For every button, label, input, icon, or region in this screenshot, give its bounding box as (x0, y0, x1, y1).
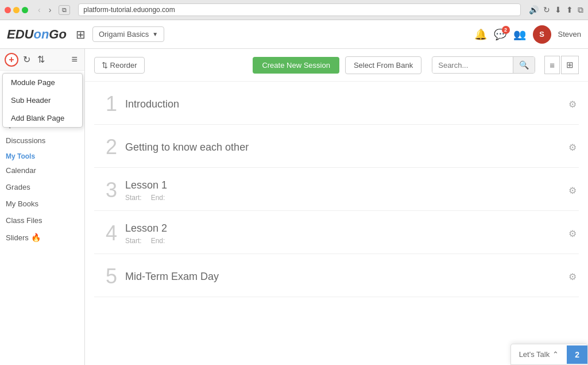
session-row-3: 3 Lesson 1 Start: End: ⚙ (94, 168, 579, 211)
maximize-window-btn[interactable] (22, 7, 28, 13)
dropdown-sub-header[interactable]: Sub Header (3, 91, 82, 109)
session-start-label-4: Start: (125, 237, 142, 245)
session-info-1: Introduction (125, 98, 566, 110)
top-navigation: EDUonGo ⊞ Origami Basics ▼ 🔔 💬 2 👥 S Ste… (0, 20, 588, 49)
session-row-5: 5 Mid-Term Exam Day ⚙ (94, 254, 579, 297)
course-name: Origami Basics (99, 30, 149, 39)
search-button[interactable]: 🔍 (513, 57, 535, 73)
main-content: ⇅ Reorder Create New Session Select From… (85, 49, 588, 365)
main-layout: + ↻ ⇅ ≡ Module Page Sub Header Add Blank… (0, 49, 588, 365)
session-gear-button-2[interactable]: ⚙ (566, 140, 579, 155)
logo-go: Go (49, 27, 67, 41)
session-gear-button-3[interactable]: ⚙ (566, 183, 579, 198)
chat-widget[interactable]: Let's Talk ⌃ 2 (510, 344, 588, 365)
browser-traffic (5, 7, 28, 13)
fire-icon: 🔥 (31, 233, 41, 242)
session-number-1: 1 (94, 92, 117, 116)
session-row-1: 1 Introduction ⚙ (94, 82, 579, 125)
session-meta-3: Start: End: (125, 194, 566, 202)
sidebar-menu-button[interactable]: ≡ (69, 52, 80, 67)
course-selector[interactable]: Origami Basics ▼ (92, 26, 164, 42)
session-number-5: 5 (94, 264, 117, 289)
sidebar-item-discussions[interactable]: Discussions (0, 132, 84, 149)
session-title-3: Lesson 1 (125, 179, 566, 191)
fullscreen-icon[interactable]: ⧉ (578, 5, 583, 15)
message-badge: 2 (502, 26, 510, 34)
session-info-2: Getting to know each other (125, 141, 566, 153)
chat-arrow-icon: ⌃ (552, 350, 559, 359)
session-number-2: 2 (94, 135, 117, 159)
session-end-label-4: End: (151, 237, 165, 245)
users-button[interactable]: 👥 (513, 28, 526, 41)
session-end-label-3: End: (151, 194, 165, 202)
sidebar-dropdown-menu: Module Page Sub Header Add Blank Page (2, 73, 83, 128)
grid-view-button[interactable]: ⊞ (561, 56, 579, 74)
add-item-button[interactable]: + (5, 53, 18, 67)
sort-sidebar-button[interactable]: ⇅ (35, 53, 47, 66)
session-title-1: Introduction (125, 98, 566, 110)
avatar[interactable]: S (533, 25, 551, 44)
content-toolbar: ⇅ Reorder Create New Session Select From… (85, 49, 588, 82)
select-from-bank-button[interactable]: Select From Bank (345, 56, 421, 74)
session-start-label-3: Start: (125, 194, 142, 202)
class-files-label: Class Files (6, 216, 42, 225)
browser-icons: 🔊 ↻ ⬇ ⬆ ⧉ (529, 5, 583, 15)
browser-chrome: ‹ › ⧉ platform-tutorial.eduongo.com 🔊 ↻ … (0, 0, 588, 20)
search-input[interactable] (432, 57, 513, 73)
sidebar-item-my-books[interactable]: My Books (0, 195, 84, 212)
topnav-right: 🔔 💬 2 👥 S Steven (474, 25, 581, 44)
notifications-bell-button[interactable]: 🔔 (474, 28, 487, 41)
view-toggle: ≡ ⊞ (544, 56, 579, 74)
chat-count: 2 (567, 345, 587, 364)
address-bar[interactable]: platform-tutorial.eduongo.com (78, 3, 521, 16)
url-text: platform-tutorial.eduongo.com (83, 6, 175, 14)
session-title-4: Lesson 2 (125, 222, 566, 235)
chat-label: Let's Talk ⌃ (511, 344, 567, 364)
sidebar-item-class-files[interactable]: Class Files (0, 212, 84, 229)
logo-edu: EDU (7, 27, 33, 41)
session-info-5: Mid-Term Exam Day (125, 271, 566, 283)
session-info-3: Lesson 1 Start: End: (125, 179, 566, 202)
logo-on: on (33, 27, 49, 41)
minimize-window-btn[interactable] (13, 7, 20, 13)
forward-button[interactable]: › (46, 4, 55, 16)
apps-grid-button[interactable]: ⊞ (76, 28, 86, 41)
download-icon[interactable]: ⬇ (555, 5, 562, 14)
window-toggle-button[interactable]: ⧉ (59, 5, 70, 15)
sidebar-item-grades[interactable]: Grades (0, 179, 84, 195)
logo: EDUonGo (7, 27, 67, 42)
grades-label: Grades (6, 183, 30, 191)
audio-icon[interactable]: 🔊 (529, 5, 539, 14)
messages-button[interactable]: 💬 2 (494, 28, 506, 41)
refresh-icon[interactable]: ↻ (543, 5, 550, 14)
my-tools-category: My Tools (0, 149, 84, 162)
session-title-5: Mid-Term Exam Day (125, 271, 566, 283)
sidebar-toolbar: + ↻ ⇅ ≡ (0, 49, 84, 71)
refresh-sidebar-button[interactable]: ↻ (21, 53, 33, 66)
chat-text: Let's Talk (519, 350, 550, 359)
close-window-btn[interactable] (5, 7, 11, 13)
sliders-label: Sliders (6, 233, 29, 242)
reorder-button[interactable]: ⇅ Reorder (94, 57, 145, 74)
sidebar-item-calendar[interactable]: Calendar (0, 162, 84, 179)
session-row-2: 2 Getting to know each other ⚙ (94, 125, 579, 168)
sidebar-item-sliders[interactable]: Sliders 🔥 (0, 229, 84, 246)
list-view-button[interactable]: ≡ (544, 56, 560, 74)
session-meta-4: Start: End: (125, 237, 566, 245)
session-number-3: 3 (94, 178, 117, 202)
dropdown-module-page[interactable]: Module Page (3, 74, 82, 91)
user-name: Steven (558, 30, 581, 39)
back-button[interactable]: ‹ (35, 4, 44, 16)
session-gear-button-4[interactable]: ⚙ (566, 226, 579, 241)
sidebar: + ↻ ⇅ ≡ Module Page Sub Header Add Blank… (0, 49, 85, 365)
session-title-2: Getting to know each other (125, 141, 566, 153)
dropdown-add-blank-page[interactable]: Add Blank Page (3, 109, 82, 127)
create-new-session-button[interactable]: Create New Session (253, 57, 339, 74)
session-info-4: Lesson 2 Start: End: (125, 222, 566, 245)
session-gear-button-5[interactable]: ⚙ (566, 269, 579, 285)
my-books-label: My Books (6, 199, 38, 208)
search-box: 🔍 (432, 56, 535, 74)
share-icon[interactable]: ⬆ (566, 5, 573, 14)
browser-nav: ‹ › (35, 4, 54, 16)
session-gear-button-1[interactable]: ⚙ (566, 97, 579, 112)
